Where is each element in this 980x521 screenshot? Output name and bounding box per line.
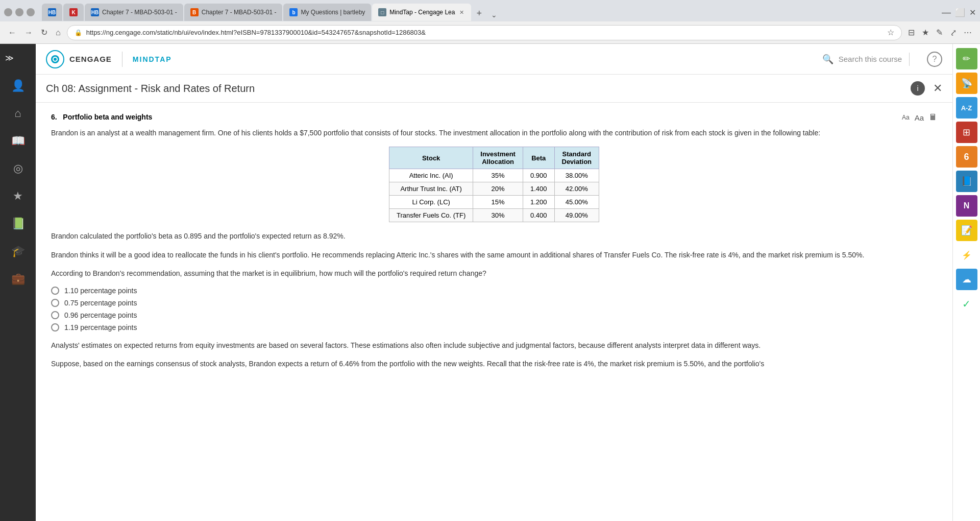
- sidebar-item-favorites[interactable]: ★: [5, 183, 31, 209]
- help-icon: ?: [933, 55, 937, 64]
- tab-close-mindtap[interactable]: ✕: [458, 9, 465, 16]
- sidebar-item-profile[interactable]: 👤: [5, 73, 31, 99]
- tab-label-chapter7: Chapter 7 - MBAD-503-01 -: [202, 9, 277, 16]
- rss-tool[interactable]: 📡: [956, 73, 977, 94]
- reader-mode-button[interactable]: ⊟: [906, 26, 917, 39]
- tab-favicon-k: K: [69, 8, 78, 16]
- radio-label-2: 0.75 percentage points: [64, 299, 137, 307]
- tab-favicon-hb1: HB: [48, 8, 56, 16]
- window-close[interactable]: [27, 8, 35, 16]
- script-tool[interactable]: ⚡: [956, 244, 977, 266]
- bookmark-star[interactable]: ☆: [887, 28, 894, 37]
- search-icon: 🔍: [822, 54, 834, 65]
- tab-label-bartleby: My Questions | bartleby: [301, 9, 365, 16]
- forward-button[interactable]: →: [22, 26, 35, 39]
- col-stock: Stock: [389, 147, 473, 169]
- tab-mindtap[interactable]: □ MindTap - Cengage Lea ✕: [372, 4, 471, 21]
- back-button[interactable]: ←: [6, 26, 18, 39]
- minimize-window-btn[interactable]: —: [942, 7, 951, 18]
- tab-harvard[interactable]: HB Chapter 7 - MBAD-503-01 -: [85, 4, 183, 21]
- font-large-button[interactable]: Aa: [915, 113, 924, 122]
- stock-table: Stock InvestmentAllocation Beta Standard…: [389, 147, 599, 222]
- sidebar-right: ✏ 📡 A-Z ⊞ 6 📘 N 📝 ⚡ ☁ ✓: [952, 44, 980, 521]
- sidebar-expand-btn[interactable]: ≫: [0, 49, 19, 67]
- close-window-btn[interactable]: ✕: [969, 8, 976, 17]
- tab-chapter7[interactable]: B Chapter 7 - MBAD-503-01 -: [184, 4, 283, 21]
- page-title: Ch 08: Assignment - Risk and Rates of Re…: [46, 83, 255, 94]
- radio-label-3: 0.96 percentage points: [64, 311, 137, 319]
- collections-button[interactable]: ✎: [934, 26, 945, 39]
- tab-k[interactable]: K: [63, 4, 84, 21]
- window-maximize[interactable]: [15, 8, 23, 16]
- table-header: Stock InvestmentAllocation Beta Standard…: [389, 147, 599, 169]
- restore-window-btn[interactable]: ⬜: [955, 8, 965, 17]
- sidebar-item-home[interactable]: ⌂: [5, 101, 31, 126]
- script-icon: ⚡: [962, 250, 972, 260]
- sidebar-item-portfolio[interactable]: 💼: [5, 266, 31, 292]
- sidebar-item-reading[interactable]: 📖: [5, 128, 31, 154]
- para2: Brandon thinks it will be a good idea to…: [51, 249, 937, 260]
- stock-stdev-3: 45.00%: [554, 196, 599, 209]
- help-button[interactable]: ?: [927, 52, 942, 67]
- info-button[interactable]: i: [911, 81, 925, 96]
- gold-icon: 6: [964, 152, 969, 162]
- radio-option-1[interactable]: 1.10 percentage points: [51, 287, 937, 295]
- favorites-icon: ★: [13, 190, 23, 203]
- radio-option-2[interactable]: 0.75 percentage points: [51, 299, 937, 307]
- close-content-button[interactable]: ✕: [933, 82, 942, 95]
- tab-hb1[interactable]: HB: [42, 4, 62, 21]
- radio-label-1: 1.10 percentage points: [64, 287, 137, 295]
- book-tool[interactable]: 📘: [956, 171, 977, 192]
- search-placeholder[interactable]: Search this course: [839, 55, 902, 63]
- window-minimize[interactable]: [4, 8, 12, 16]
- reading-icon: 📖: [11, 134, 25, 148]
- cloud-tool[interactable]: ☁: [956, 269, 977, 290]
- check-tool[interactable]: ✓: [956, 293, 977, 315]
- radio-group: 1.10 percentage points 0.75 percentage p…: [51, 287, 937, 331]
- info-icon: i: [917, 84, 918, 92]
- more-button[interactable]: ⋯: [962, 26, 974, 39]
- more-tabs-button[interactable]: ⌄: [487, 9, 501, 21]
- radio-circle-4: [51, 323, 59, 331]
- tab-bartleby[interactable]: b My Questions | bartleby: [283, 4, 371, 21]
- stock-beta-1: 0.900: [523, 169, 554, 182]
- share-button[interactable]: ⤤: [948, 26, 959, 39]
- radio-circle-3: [51, 311, 59, 319]
- sticky-tool[interactable]: 📝: [956, 220, 977, 241]
- onenote-tool[interactable]: N: [956, 195, 977, 217]
- az-tool[interactable]: A-Z: [956, 97, 977, 119]
- radio-option-4[interactable]: 1.19 percentage points: [51, 323, 937, 331]
- font-small-button[interactable]: Aa: [902, 114, 910, 121]
- sidebar-item-coursebook[interactable]: 📗: [5, 211, 31, 236]
- calculator-icon[interactable]: 🖩: [929, 113, 937, 122]
- gold-tool[interactable]: 6: [956, 146, 977, 168]
- pencil-icon: ✏: [963, 53, 970, 64]
- col-investment: InvestmentAllocation: [473, 147, 523, 169]
- stock-name-3: Li Corp. (LC): [389, 196, 473, 209]
- new-tab-button[interactable]: +: [472, 6, 486, 21]
- pencil-tool[interactable]: ✏: [956, 48, 977, 69]
- radio-option-3[interactable]: 0.96 percentage points: [51, 311, 937, 319]
- sidebar-item-navigation[interactable]: ◎: [5, 156, 31, 181]
- stock-beta-3: 1.200: [523, 196, 554, 209]
- table-row: Li Corp. (LC) 15% 1.200 45.00%: [389, 196, 599, 209]
- main-content: CENGAGE MINDTAP 🔍 Search this course ? C…: [36, 44, 952, 521]
- favorites-button[interactable]: ★: [920, 26, 931, 39]
- stock-name-4: Transfer Fuels Co. (TF): [389, 209, 473, 222]
- home-button[interactable]: ⌂: [54, 26, 63, 39]
- office-tool[interactable]: ⊞: [956, 122, 977, 143]
- sidebar-left: ≫ 👤 ⌂ 📖 ◎ ★ 📗 🎓 💼: [0, 44, 36, 521]
- sidebar-item-graduation[interactable]: 🎓: [5, 239, 31, 264]
- cloud-icon: ☁: [962, 274, 971, 285]
- table-row: Arthur Trust Inc. (AT) 20% 1.400 42.00%: [389, 182, 599, 196]
- reload-button[interactable]: ↻: [39, 26, 50, 39]
- address-bar[interactable]: 🔒 https://ng.cengage.com/static/nb/ui/ev…: [67, 25, 902, 40]
- mindtap-text: MINDTAP: [133, 55, 172, 63]
- graduation-icon: 🎓: [11, 245, 25, 258]
- content-area: Aa Aa 🖩 6. Portfolio beta and weights Br…: [36, 103, 952, 521]
- close-icon: ✕: [933, 82, 942, 94]
- url-text: https://ng.cengage.com/static/nb/ui/evo/…: [86, 29, 883, 36]
- cengage-logo-icon: [46, 50, 64, 68]
- table-row: Transfer Fuels Co. (TF) 30% 0.400 49.00%: [389, 209, 599, 222]
- col-stdev: StandardDeviation: [554, 147, 599, 169]
